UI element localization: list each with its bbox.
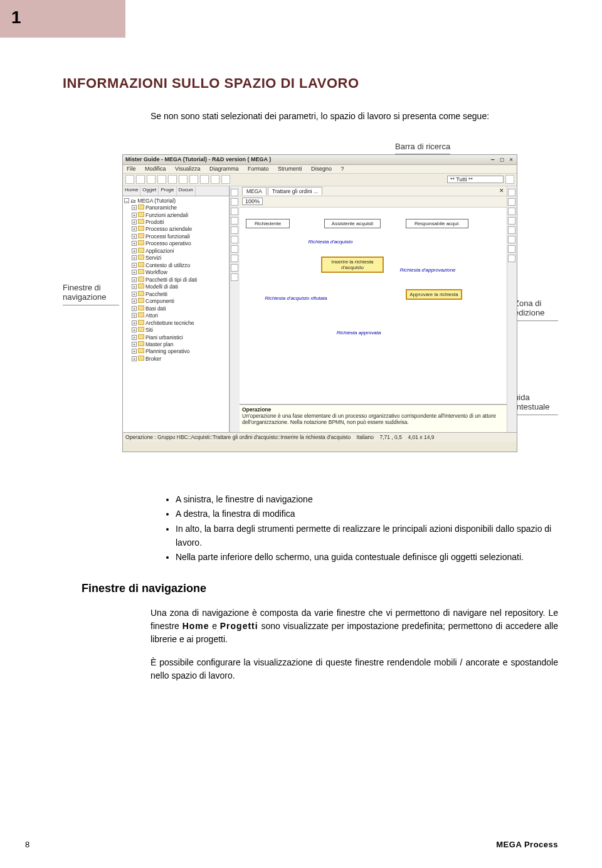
- paste-icon[interactable]: [168, 175, 177, 184]
- grid-icon[interactable]: [275, 198, 283, 205]
- tree-item[interactable]: +Processo aziendale: [124, 226, 228, 233]
- tree-item[interactable]: +Attori: [124, 312, 228, 319]
- diagram-flow-label: Richiesta approvata: [327, 330, 390, 336]
- help-icon[interactable]: [221, 175, 230, 184]
- menu-diagram[interactable]: Diagramma: [209, 166, 239, 172]
- tree-item[interactable]: +Contesto di utilizzo: [124, 262, 228, 269]
- tree-item[interactable]: +Applicazioni: [124, 248, 228, 255]
- undo-icon[interactable]: [179, 175, 187, 184]
- toolbar-search-input[interactable]: ** Tutti **: [447, 176, 504, 183]
- menu-file[interactable]: File: [127, 166, 136, 172]
- canvas-tab-mega[interactable]: MEGA: [242, 187, 267, 195]
- actor-icon[interactable]: [231, 217, 238, 225]
- tree-item[interactable]: +Prodotti: [124, 219, 228, 226]
- plus-icon[interactable]: [231, 273, 238, 281]
- menu-format[interactable]: Formato: [248, 166, 269, 172]
- copy-icon[interactable]: [157, 175, 166, 184]
- tool-icon[interactable]: [508, 217, 515, 225]
- tool-icon[interactable]: [508, 255, 515, 262]
- tree-item[interactable]: +Panoramiche: [124, 204, 228, 211]
- connector-icon[interactable]: [231, 208, 238, 215]
- status-coords: 7,71 , 0,5: [379, 434, 401, 440]
- rectangle-icon[interactable]: [231, 198, 238, 206]
- zoom-level[interactable]: 100%: [242, 198, 263, 205]
- menu-view[interactable]: Visualizza: [175, 166, 200, 172]
- tree-item[interactable]: +Siti: [124, 327, 228, 334]
- tree-item[interactable]: +Modelli di dati: [124, 283, 228, 290]
- tool-icon[interactable]: [508, 245, 515, 253]
- tree-item[interactable]: +Servizi: [124, 255, 228, 262]
- footer-brand: MEGA Process: [496, 840, 558, 849]
- tab-home[interactable]: Home: [123, 186, 140, 196]
- status-path: Operazione : Gruppo HBC::Acquisti::Tratt…: [125, 434, 351, 440]
- tab-objects[interactable]: Ogget: [140, 186, 159, 196]
- canvas-tabs[interactable]: MEGA Trattare gli ordini ... ✕: [240, 186, 507, 196]
- chevron-right-icon[interactable]: [505, 175, 514, 184]
- tree-item[interactable]: +Pacchetti: [124, 291, 228, 298]
- tab-projects[interactable]: Proge: [159, 186, 176, 196]
- menu-edit[interactable]: Modifica: [145, 166, 166, 172]
- tool-icon[interactable]: [508, 226, 515, 234]
- tree-item[interactable]: +Componenti: [124, 298, 228, 305]
- label-text: Barra di ricerca: [395, 142, 450, 151]
- diagram-canvas[interactable]: Richiedente Assistente acquisti Responsa…: [240, 208, 507, 405]
- print-icon[interactable]: [136, 175, 145, 184]
- menubar[interactable]: File Modifica Visualizza Diagramma Forma…: [123, 165, 517, 174]
- menu-help[interactable]: ?: [341, 166, 344, 172]
- diagram-actor[interactable]: Richiedente: [246, 219, 290, 228]
- eye-icon[interactable]: [265, 198, 273, 205]
- tree-item[interactable]: +Broker: [124, 356, 228, 363]
- tree-item[interactable]: +Workflow: [124, 269, 228, 276]
- redo-icon[interactable]: [189, 175, 198, 184]
- tree-root[interactable]: –🗂 MEGA (Tutorial): [124, 198, 228, 204]
- keyword: Progetti: [220, 621, 258, 631]
- diagram-operation-selected[interactable]: Inserire la richiesta d'acquisto: [321, 257, 384, 273]
- status-size: 4,01 x 14,9: [408, 434, 434, 440]
- navigator-tabs[interactable]: Home Ogget Proge Docun: [123, 186, 229, 196]
- note-icon[interactable]: [231, 226, 238, 234]
- tree-item[interactable]: +Architetture tecniche: [124, 320, 228, 327]
- subsection-heading: Finestre di navigazione: [82, 582, 558, 595]
- zoom-bar[interactable]: 100%: [240, 196, 507, 208]
- menu-tools[interactable]: Strumenti: [278, 166, 302, 172]
- right-toolstrip[interactable]: [507, 186, 517, 432]
- tree-item[interactable]: +Pacchetti di tipi di dati: [124, 277, 228, 283]
- cut-icon[interactable]: [147, 175, 156, 184]
- tree-item[interactable]: +Master plan: [124, 341, 228, 348]
- window-controls-icons[interactable]: — □ ✕: [491, 156, 514, 162]
- close-tab-icon[interactable]: ✕: [499, 188, 504, 194]
- canvas-tab-current[interactable]: Trattare gli ordini ...: [268, 187, 322, 195]
- tool-icon[interactable]: [508, 236, 515, 243]
- zoom-icon[interactable]: [211, 175, 219, 184]
- toolbar[interactable]: ** Tutti **: [123, 174, 517, 186]
- tree-item[interactable]: +Funzioni aziendali: [124, 212, 228, 219]
- diagram-actor[interactable]: Responsabile acqui:: [406, 219, 468, 228]
- tree-item[interactable]: +Planning operativo: [124, 348, 228, 355]
- bullet-list: A sinistra, le finestre di navigazione A…: [176, 493, 558, 564]
- text-icon[interactable]: [231, 245, 238, 253]
- diamond-icon[interactable]: [231, 255, 238, 262]
- footer-page-number: 8: [25, 840, 29, 849]
- body-paragraph: È possibile configurare la visualizzazio…: [150, 656, 558, 682]
- tree-item[interactable]: +Basi dati: [124, 305, 228, 312]
- star-icon[interactable]: [200, 175, 209, 184]
- menu-draw[interactable]: Disegno: [311, 166, 332, 172]
- list-item: A destra, la finestra di modifica: [176, 507, 558, 521]
- window-titlebar[interactable]: Mister Guide - MEGA (Tutorial) - R&D ver…: [123, 155, 517, 165]
- diagram-actor[interactable]: Assistente acquisti: [324, 219, 381, 228]
- diagram-operation[interactable]: Approvare la richiesta: [406, 289, 462, 300]
- palette-strip[interactable]: [230, 186, 240, 432]
- shape-icon[interactable]: [231, 236, 238, 243]
- tree-item[interactable]: +Processi funzionali: [124, 233, 228, 240]
- navigation-tree[interactable]: –🗂 MEGA (Tutorial)+Panoramiche+Funzioni …: [123, 196, 229, 432]
- tab-docs[interactable]: Docun: [177, 186, 196, 196]
- tool-icon[interactable]: [508, 189, 515, 196]
- tree-item[interactable]: +Processo operativo: [124, 240, 228, 247]
- tree-item[interactable]: +Piani urbanistici: [124, 334, 228, 341]
- status-language: Italiano: [357, 434, 374, 440]
- tool-icon[interactable]: [508, 208, 515, 215]
- save-icon[interactable]: [125, 175, 134, 184]
- tool-icon[interactable]: [508, 198, 515, 206]
- triangle-icon[interactable]: [231, 264, 238, 272]
- pointer-icon[interactable]: [231, 189, 238, 196]
